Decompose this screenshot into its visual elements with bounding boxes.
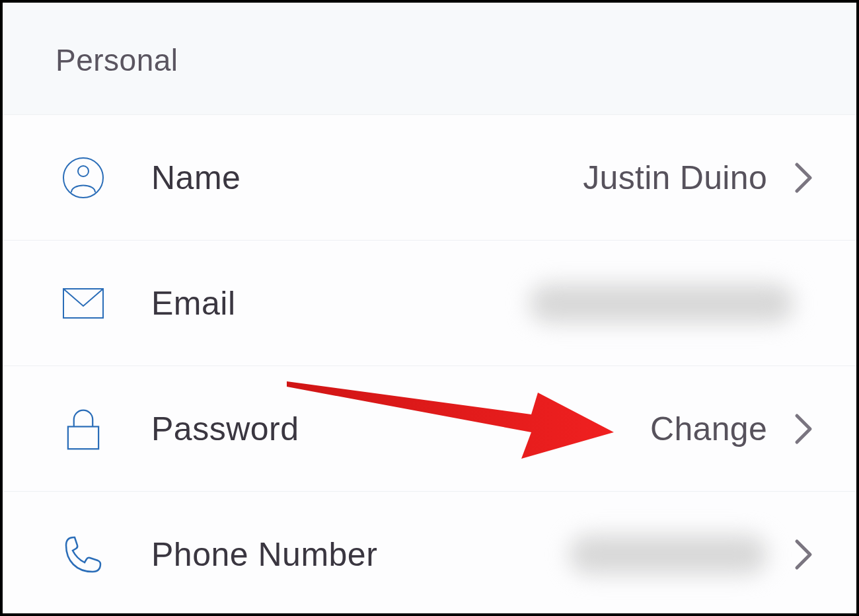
chevron-right-icon xyxy=(790,158,817,198)
settings-list: Name Justin Duino Email xyxy=(3,115,856,616)
chevron-right-icon xyxy=(790,409,817,449)
svg-point-0 xyxy=(63,158,103,198)
person-icon xyxy=(62,157,115,199)
svg-point-1 xyxy=(78,166,89,176)
list-item-label: Password xyxy=(151,410,299,448)
section-title: Personal xyxy=(56,42,856,78)
list-item-password[interactable]: Password Change xyxy=(3,366,856,492)
list-item-label: Name xyxy=(151,159,241,197)
list-item-value-redacted xyxy=(529,284,794,323)
list-item-value: Change xyxy=(650,410,767,448)
list-item-value-redacted xyxy=(569,535,767,574)
list-item-label: Phone Number xyxy=(151,535,377,574)
list-item-label: Email xyxy=(151,284,236,323)
section-header: Personal xyxy=(3,3,856,115)
list-item-email[interactable]: Email xyxy=(3,241,856,366)
list-item-phone[interactable]: Phone Number xyxy=(3,492,856,616)
envelope-icon xyxy=(62,282,115,325)
phone-icon xyxy=(62,533,115,576)
lock-icon xyxy=(62,408,115,450)
list-item-value: Justin Duino xyxy=(583,159,767,197)
chevron-right-icon xyxy=(790,535,817,574)
list-item-name[interactable]: Name Justin Duino xyxy=(3,115,856,241)
svg-rect-3 xyxy=(68,426,98,449)
personal-settings-panel: Personal Name Justin Duino xyxy=(3,3,856,613)
